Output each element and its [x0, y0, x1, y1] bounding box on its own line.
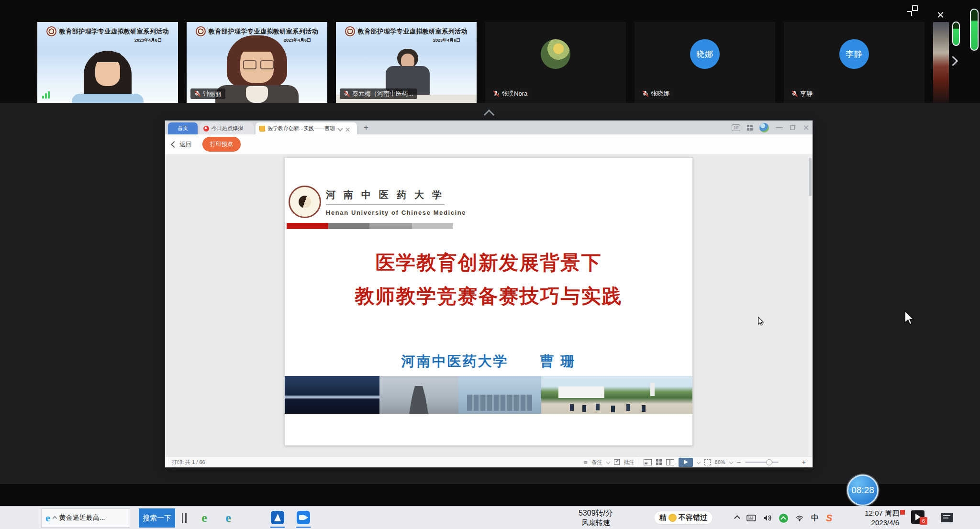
- fit-screen-icon[interactable]: [704, 459, 711, 465]
- browser-close-button[interactable]: [803, 125, 809, 131]
- badge-count: 6: [920, 517, 927, 525]
- participant-tile-2[interactable]: 教育部护理学专业虚拟教研室系列活动 2023年4月6日 钟丽丽: [187, 22, 327, 103]
- notes-icon[interactable]: ≡: [584, 459, 588, 466]
- slide-title-line2: 教师教学竞赛备赛技巧与实践: [285, 283, 692, 309]
- notes-dropdown-icon[interactable]: [606, 460, 610, 464]
- avatar: 晓娜: [690, 39, 720, 69]
- sogou-icon[interactable]: S: [826, 513, 832, 524]
- back-icon[interactable]: [171, 141, 178, 147]
- participant-name-label: 钟丽丽: [190, 88, 225, 99]
- video-player-icon[interactable]: 6: [911, 510, 924, 524]
- annotation-icon[interactable]: [614, 459, 620, 465]
- shared-browser-window: 首页 今日热点爆报 医学教育创新...实践——曹珊 + 10: [165, 121, 813, 467]
- browser-green-icon[interactable]: e: [197, 511, 212, 525]
- participant-tile-3[interactable]: 教育部护理学专业虚拟教研室系列活动 2023年4月6日 秦元梅（河南中医药...: [336, 22, 477, 103]
- notification-red-square: [900, 510, 905, 515]
- zoom-dropdown-icon[interactable]: [729, 460, 733, 464]
- browser-minimize-button[interactable]: [776, 127, 783, 128]
- ie-mode-icon[interactable]: 10: [732, 124, 740, 131]
- clock-time: 12:07 周四: [859, 508, 899, 518]
- scrollbar-thumb[interactable]: [809, 158, 812, 196]
- photo-night-city: [285, 376, 379, 414]
- audio-level-meter: [970, 9, 979, 51]
- university-name-en: Henan University of Chinese Medicine: [326, 209, 466, 216]
- participant-name-label: 张璞Nora: [489, 88, 531, 99]
- apps-grid-icon[interactable]: [747, 125, 753, 131]
- tab-home[interactable]: 首页: [168, 122, 198, 134]
- browser-profile-avatar[interactable]: [759, 123, 769, 132]
- photo-building: [458, 376, 541, 414]
- play-slideshow-button[interactable]: [679, 458, 693, 467]
- fan-speed-widget: 5309转/分 风扇转速: [565, 508, 627, 528]
- university-name-cn: 河 南 中 医 药 大 学: [326, 188, 445, 205]
- tab-dropdown-icon[interactable]: [338, 126, 343, 131]
- speaker-icon[interactable]: [763, 514, 772, 522]
- mouse-cursor-large: [903, 310, 915, 326]
- participant-name-label: 秦元梅（河南中医药...: [340, 88, 417, 99]
- banner-date: 2023年4月6日: [37, 37, 178, 44]
- wifi-icon[interactable]: [795, 515, 804, 521]
- notes-label[interactable]: 备注: [592, 459, 602, 466]
- print-preview-content: 河 南 中 医 药 大 学 Henan University of Chines…: [165, 154, 813, 457]
- browser-restore-button[interactable]: [790, 125, 795, 130]
- taskbar: e 黄金逼近最高... 搜索一下 e e 5309转/分 风扇转速 精 不容错过: [0, 506, 980, 529]
- participant-tile-4[interactable]: 张璞Nora: [485, 22, 626, 103]
- back-button[interactable]: 返回: [179, 140, 192, 149]
- zoom-level-label[interactable]: 86%: [715, 459, 725, 465]
- tab-document[interactable]: 医学教育创新...实践——曹珊: [256, 122, 357, 134]
- meeting-timer[interactable]: 08:28: [847, 474, 879, 506]
- tray-expand-icon[interactable]: [734, 515, 740, 521]
- taskbar-app-button[interactable]: e 黄金逼近最高...: [41, 508, 130, 528]
- participant-name-label: 张晓娜: [638, 88, 673, 99]
- single-page-view-icon[interactable]: [644, 459, 652, 465]
- notification-center-icon[interactable]: [941, 513, 953, 522]
- grid-view-icon[interactable]: [656, 459, 662, 465]
- browser-tab-bar: 首页 今日热点爆报 医学教育创新...实践——曹珊 + 10: [165, 121, 813, 134]
- slide-title-line1: 医学教育创新发展背景下: [285, 250, 692, 276]
- participant-tile-5[interactable]: 晓娜 张晓娜: [635, 22, 775, 103]
- taskbar-clock[interactable]: 12:07 周四 2023/4/6: [859, 508, 899, 528]
- docs-app-icon[interactable]: [271, 511, 284, 524]
- virtual-background-banner: 教育部护理学专业虚拟教研室系列活动 2023年4月6日: [37, 26, 178, 44]
- zoom-slider-knob[interactable]: [766, 459, 772, 465]
- security-app-icon[interactable]: [779, 514, 788, 523]
- ie-browser-icon[interactable]: e: [221, 511, 235, 525]
- zoom-in-button[interactable]: +: [802, 458, 806, 466]
- ime-indicator[interactable]: 中: [811, 513, 819, 523]
- participant-tile-1[interactable]: 教育部护理学专业虚拟教研室系列活动 2023年4月6日: [37, 22, 178, 103]
- clock-date: 2023/4/6: [859, 518, 899, 528]
- annotation-label[interactable]: 批注: [624, 459, 635, 466]
- zoom-slider[interactable]: [745, 462, 779, 463]
- book-view-icon[interactable]: [666, 459, 674, 465]
- new-tab-button[interactable]: +: [364, 123, 368, 132]
- slide-page: 河 南 中 医 药 大 学 Henan University of Chines…: [284, 157, 693, 446]
- document-favicon: [259, 126, 265, 132]
- university-name-block: 河 南 中 医 药 大 学 Henan University of Chines…: [326, 188, 466, 216]
- banner-seal-icon: [196, 26, 206, 36]
- audio-level-meter: [952, 22, 960, 46]
- app-button-label: 黄金逼近最高...: [59, 514, 105, 522]
- zoom-out-button[interactable]: −: [737, 458, 741, 466]
- virtual-background-banner: 教育部护理学专业虚拟教研室系列活动 2023年4月6日: [336, 26, 477, 44]
- banner-seal-icon: [345, 26, 355, 36]
- touch-keyboard-icon[interactable]: [746, 515, 756, 521]
- print-preview-button[interactable]: 打印预览: [202, 137, 241, 152]
- scroll-participants-right-button[interactable]: [948, 56, 958, 66]
- mic-muted-icon: [194, 90, 200, 98]
- photo-statue: [379, 376, 458, 414]
- scrollbar[interactable]: [808, 154, 812, 456]
- person-collar: [246, 86, 268, 103]
- campus-photo-strip: [285, 376, 692, 414]
- play-dropdown-icon[interactable]: [696, 460, 700, 464]
- promo-badge[interactable]: 精 不容错过: [654, 511, 713, 525]
- slide-author-line: 河南中医药大学 曹 珊: [285, 352, 692, 371]
- search-button[interactable]: 搜索一下: [139, 508, 175, 528]
- fan-speed-caption: 风扇转速: [565, 518, 627, 528]
- tab-news[interactable]: 今日热点爆报: [200, 122, 254, 134]
- tab-close-icon[interactable]: [345, 127, 348, 130]
- meeting-app-icon[interactable]: [297, 511, 310, 524]
- audio-active-icon: [42, 91, 50, 99]
- avatar: [541, 39, 570, 69]
- participant-tile-partial[interactable]: [933, 22, 949, 103]
- participant-tile-6[interactable]: 李静 李静: [784, 22, 924, 103]
